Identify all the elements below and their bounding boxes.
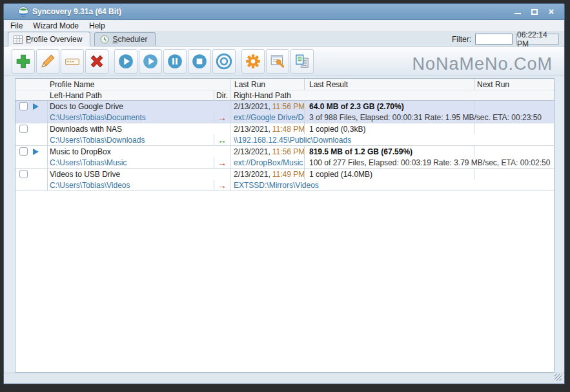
next-run [474, 123, 554, 134]
filter-label: Filter: [452, 35, 471, 44]
plus-icon [15, 53, 32, 70]
next-run [474, 101, 554, 112]
direction-arrow-icon: → [218, 158, 227, 168]
rerun-button[interactable] [212, 49, 236, 74]
profile-name: Downloads with NAS [48, 123, 230, 134]
direction-arrow-icon: → [218, 180, 227, 191]
tab-profile-overview-label: Profile Overview [26, 35, 82, 44]
rerun-icon [216, 53, 232, 70]
delete-profile-button[interactable] [85, 49, 108, 74]
copy-profile-button[interactable] [290, 49, 314, 74]
app-icon [18, 6, 28, 17]
minimize-button[interactable] [514, 8, 522, 15]
toolbar: NoNaMeNo.CoM [4, 46, 564, 76]
profile-name: Videos to USB Drive [48, 169, 230, 180]
add-profile-button[interactable] [12, 49, 35, 74]
run-attended-button[interactable] [139, 49, 162, 74]
grid-icon [14, 36, 23, 44]
profile-name: Docs to Google Drive [48, 101, 230, 112]
play-icon [117, 53, 134, 70]
toolbar-group-tools [241, 49, 314, 74]
close-button[interactable]: × [547, 8, 555, 15]
col-header-last-result[interactable]: Last Result [305, 79, 474, 90]
right-hand-path: ext://Google Drive/Do... [230, 112, 305, 123]
col-header-left-hand-path[interactable]: Left-Hand Path [15, 90, 214, 100]
row-checkbox[interactable] [19, 147, 28, 156]
play-outline-icon [142, 53, 159, 70]
last-run-date: 2/13/2021, [234, 147, 270, 156]
content-area: Profile Name Last Run Last Result Next R… [4, 76, 564, 373]
last-run-time: 11:56 PM [272, 147, 305, 156]
filter-input[interactable] [475, 34, 513, 45]
table-row[interactable]: Videos to USB Drive 2/13/2021, 11:49 PM … [15, 169, 554, 191]
progress-details: 3 of 988 Files, Elapsed: 00:00:31 Rate: … [305, 112, 554, 123]
profile-name: Music to DropBox [48, 146, 230, 157]
row-checkbox[interactable] [19, 125, 28, 133]
menu-file[interactable]: File [10, 21, 23, 30]
stop-button[interactable] [188, 49, 211, 74]
stop-icon [191, 53, 208, 70]
col-header-dir[interactable]: Dir. [214, 90, 230, 100]
last-run-time: 11:48 PM [272, 125, 305, 134]
table-row[interactable]: Downloads with NAS 2/13/2021, 11:48 PM 1… [15, 123, 554, 146]
progress-details: 100 of 277 Files, Elapsed: 00:03:19 Rate… [305, 157, 554, 168]
last-run-date: 2/13/2021, [234, 125, 270, 134]
window-title: Syncovery 9.31a (64 Bit) [32, 7, 121, 16]
last-run-time: 11:56 PM [272, 102, 305, 111]
col-header-last-run[interactable]: Last Run [230, 79, 305, 90]
resize-grip-icon[interactable] [555, 374, 562, 381]
col-header-profile-name[interactable]: Profile Name [15, 79, 230, 90]
tab-profile-overview[interactable]: Profile Overview [8, 32, 90, 46]
last-result: 1 copied (14.0MB) [305, 169, 474, 180]
col-header-next-run[interactable]: Next Run [474, 79, 554, 90]
left-hand-path: C:\Users\Tobias\Music [48, 157, 214, 168]
last-run-date: 2/13/2021, [234, 170, 270, 179]
profile-table: Profile Name Last Run Last Result Next R… [15, 78, 555, 373]
last-result: 819.5 MB of 1.2 GB (67.59%) [305, 146, 474, 157]
last-result: 1 copied (0,3kB) [305, 123, 474, 134]
running-play-icon [33, 149, 39, 155]
maximize-icon [531, 9, 538, 15]
menu-bar: File Wizard Mode Help [4, 20, 564, 32]
pause-icon [167, 53, 183, 70]
preview-button[interactable] [266, 49, 289, 74]
gear-icon [245, 53, 261, 70]
app-window: Syncovery 9.31a (64 Bit) × File Wizard M… [3, 3, 565, 384]
toolbar-group-profile [12, 49, 108, 74]
table-row[interactable]: Music to DropBox 2/13/2021, 11:56 PM 819… [15, 146, 554, 169]
right-hand-path: EXTSSD:\Mirrors\Videos [230, 180, 554, 191]
tab-scheduler-label: Scheduler [112, 35, 147, 44]
menu-help[interactable]: Help [89, 21, 105, 30]
edit-profile-button[interactable] [36, 49, 59, 74]
row-checkbox[interactable] [19, 102, 28, 110]
row-checkbox[interactable] [19, 170, 28, 178]
col-header-right-hand-path[interactable]: Right-Hand Path [230, 90, 554, 100]
delete-x-icon [88, 53, 105, 70]
status-bar [4, 373, 564, 383]
left-hand-path: C:\Users\Tobias\Videos [48, 180, 214, 191]
table-row[interactable]: Docs to Google Drive 2/13/2021, 11:56 PM… [15, 101, 554, 123]
table-header-row-2: Left-Hand Path Dir. Right-Hand Path [15, 90, 554, 101]
tab-scheduler[interactable]: Scheduler [94, 32, 156, 46]
rename-icon [64, 53, 81, 70]
minimize-icon [514, 13, 521, 14]
left-hand-path: C:\Users\Tobias\Documents [48, 112, 214, 123]
window-wrench-icon [269, 53, 286, 70]
next-run [474, 169, 554, 180]
right-hand-path: \\192.168.12.45\Public\Downloads [230, 134, 554, 145]
tab-bar: Profile Overview Scheduler Filter: 06:22… [4, 32, 564, 46]
last-result: 64.0 MB of 2.3 GB (2.70%) [305, 101, 474, 112]
left-hand-path: C:\Users\Tobias\Downloads [48, 134, 214, 145]
title-bar: Syncovery 9.31a (64 Bit) × [4, 4, 564, 20]
right-hand-path: ext://DropBox/Music [230, 157, 305, 168]
pause-button[interactable] [163, 49, 187, 74]
settings-button[interactable] [241, 49, 265, 74]
direction-arrow-icon: ↔ [218, 135, 227, 145]
run-profile-button[interactable] [114, 49, 137, 74]
next-run [474, 146, 554, 157]
menu-wizard-mode[interactable]: Wizard Mode [33, 21, 79, 30]
toolbar-group-run [114, 49, 236, 74]
rename-profile-button[interactable] [61, 49, 84, 74]
maximize-button[interactable] [531, 8, 538, 15]
clock-display: 06:22:14 PM [516, 34, 559, 45]
